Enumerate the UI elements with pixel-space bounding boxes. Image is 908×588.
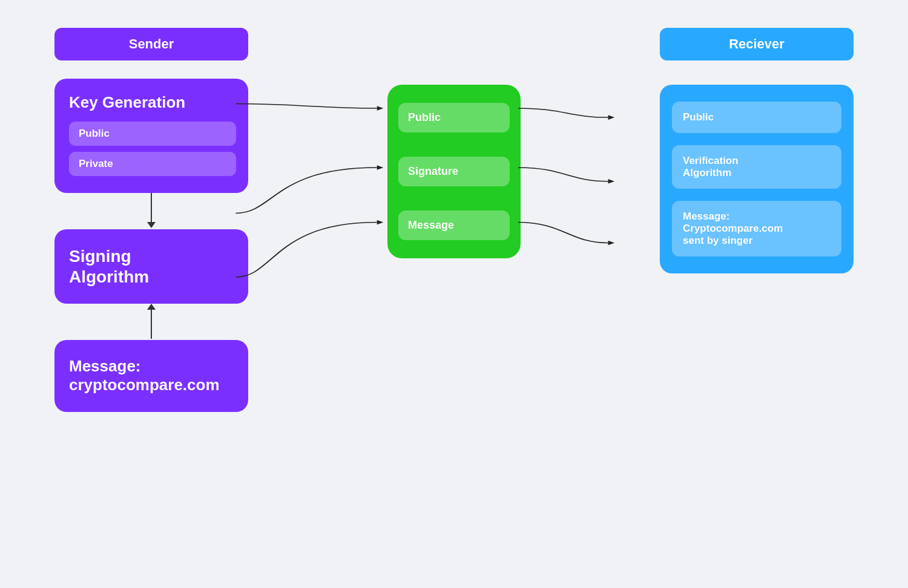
receiver-column: Public VerificationAlgorithm Message:Cry…: [660, 85, 854, 273]
message-box: Message:cryptocompare.com: [54, 340, 248, 411]
svg-marker-3: [608, 179, 615, 184]
arrow-down-1: [147, 193, 156, 229]
public-key-item: Public: [69, 122, 236, 146]
main-content: Key Generation Public Private SigningAlg…: [30, 79, 878, 412]
receiver-verification-item: VerificationAlgorithm: [672, 145, 841, 189]
receiver-header: Reciever: [660, 28, 854, 60]
key-generation-box: Key Generation Public Private: [54, 79, 248, 193]
sender-column: Key Generation Public Private SigningAlg…: [54, 79, 248, 412]
center-public-item: Public: [398, 103, 510, 132]
receiver-message-item: Message:Cryptocompare.comsent by singer: [672, 201, 841, 256]
svg-marker-4: [377, 220, 384, 225]
arrow-line: [151, 193, 152, 222]
svg-marker-1: [608, 115, 615, 120]
key-generation-title: Key Generation: [69, 93, 236, 112]
arrow-up-line: [151, 310, 152, 339]
arrow-up-head: [147, 304, 156, 310]
headers: Sender Reciever: [30, 28, 878, 60]
svg-marker-5: [608, 241, 615, 246]
signing-algorithm-box: SigningAlgorithm: [54, 229, 248, 304]
message-title: Message:cryptocompare.com: [69, 357, 234, 394]
signing-algorithm-title: SigningAlgorithm: [69, 246, 234, 287]
svg-marker-2: [377, 165, 384, 170]
arrow-head: [147, 222, 156, 228]
diagram: Sender Reciever: [30, 28, 878, 560]
sender-header: Sender: [54, 28, 248, 60]
svg-marker-0: [377, 106, 384, 111]
arrow-up-1: [147, 304, 156, 340]
receiver-public-item: Public: [672, 102, 841, 133]
center-signature-item: Signature: [398, 157, 510, 186]
center-message-item: Message: [398, 211, 510, 240]
private-key-item: Private: [69, 152, 236, 176]
center-column: Public Signature Message: [387, 85, 521, 258]
